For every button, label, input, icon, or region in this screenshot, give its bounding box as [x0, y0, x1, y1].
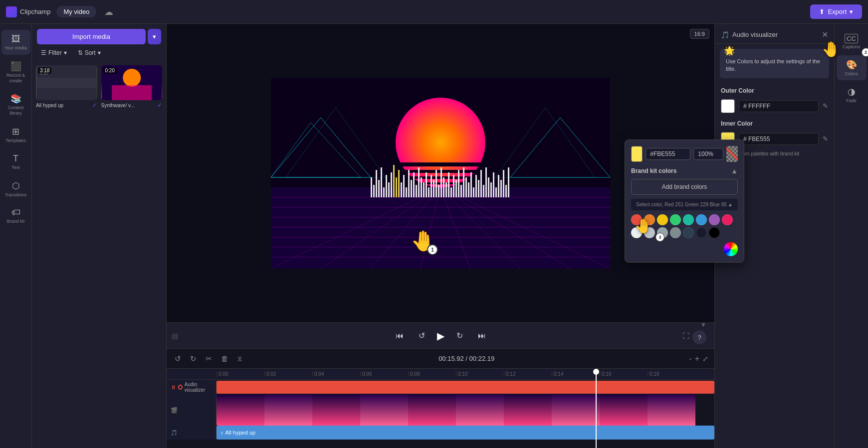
preset-color-dark-gray[interactable] — [670, 227, 681, 238]
svg-rect-38 — [383, 187, 385, 197]
controls-bar: ▤ ⏮ ↺ ▶ ↻ ⏭ ⛶ ? ▼ — [167, 322, 714, 348]
svg-rect-87 — [505, 185, 507, 197]
sort-button[interactable]: ⇅ Sort ▾ — [74, 47, 105, 58]
forward-15-button[interactable]: ↻ — [453, 328, 466, 343]
svg-rect-54 — [423, 182, 425, 197]
outer-color-edit-button[interactable]: ✎ — [823, 102, 828, 110]
import-media-button[interactable]: Import media — [37, 29, 146, 44]
color-opacity-input[interactable] — [693, 148, 723, 160]
audio-track-bar[interactable]: ♪ All hyped up — [217, 426, 714, 440]
video-track-content[interactable] — [217, 395, 714, 426]
media-thumb-1[interactable]: 3:18 3:18 — [36, 65, 97, 100]
video-strip — [217, 395, 714, 426]
sidebar-item-transitions[interactable]: ⬡ Transitions — [1, 176, 30, 202]
sidebar-item-brand-kit[interactable]: 🏷 Brand kit — [1, 203, 30, 228]
svg-rect-74 — [473, 187, 474, 197]
filter-button[interactable]: ☰ Filter ▾ — [37, 47, 71, 58]
rainbow-color-picker-button[interactable] — [724, 242, 738, 256]
video-title-tab[interactable]: My video — [56, 6, 96, 17]
collapse-down-icon[interactable]: ▼ — [700, 321, 706, 328]
transparent-color-option[interactable] — [726, 146, 738, 162]
help-button[interactable]: ? — [692, 330, 706, 344]
ruler-mark-2: 0:04 — [312, 371, 360, 377]
outer-color-swatch[interactable] — [721, 99, 735, 113]
video-frame — [600, 395, 648, 426]
app-name: Clipchamp — [20, 8, 50, 15]
list-item[interactable]: 0:20 Synthwave/ v... ✓ — [101, 65, 163, 444]
import-btn-row: Import media ▾ — [37, 29, 161, 44]
preset-color-navy[interactable] — [683, 227, 694, 238]
media-thumb-2[interactable]: 0:20 — [101, 65, 163, 100]
sidebar-item-templates[interactable]: ⊞ Templates — [1, 122, 30, 148]
cut-button[interactable]: ✂ — [204, 352, 214, 365]
brand-kit-header: Brand kit colors ▲ — [631, 167, 738, 175]
add-brand-colors-button[interactable]: Add brand colors — [631, 179, 738, 195]
audio-viz-icon: 🎵 — [721, 31, 729, 39]
preset-color-blue[interactable] — [696, 214, 707, 225]
list-item[interactable]: 3:18 3:18 All hyped up ✓ — [36, 65, 97, 444]
sidebar-item-label-your-media: Your media — [4, 45, 27, 51]
export-button[interactable]: ⬆ Export ▾ — [810, 4, 862, 19]
step1-badge: 1 — [427, 244, 438, 255]
color-picker-active-swatch[interactable] — [631, 146, 643, 162]
sidebar-item-fade[interactable]: ◑ Fade — [837, 82, 867, 107]
thumb2-duration: 0:20 — [103, 67, 117, 74]
svg-rect-33 — [371, 177, 372, 197]
aspect-ratio-badge[interactable]: 16:9 — [690, 29, 709, 39]
preset-color-black[interactable] — [709, 227, 720, 238]
delete-button[interactable]: 🗑 — [219, 352, 230, 365]
ruler-mark-5: 0:10 — [456, 371, 504, 377]
timeline-time-display: 00:15.92 / 00:22.19 — [249, 355, 684, 362]
inner-color-edit-button[interactable]: ✎ — [823, 135, 828, 143]
svg-rect-58 — [433, 180, 434, 197]
undo-button[interactable]: ↺ — [173, 352, 183, 365]
captions-label: Captions — [843, 44, 861, 49]
expand-button[interactable]: ⤢ — [702, 355, 708, 363]
thumb1-name-row: All hyped up ✓ — [36, 102, 97, 109]
video-frame — [552, 395, 600, 426]
export-upload-icon: ⬆ — [819, 8, 825, 15]
zoom-out-button[interactable]: - — [689, 354, 691, 363]
svg-rect-86 — [503, 170, 504, 197]
close-panel-button[interactable]: ✕ — [822, 30, 828, 39]
play-button[interactable]: ▶ — [437, 330, 444, 342]
timeline-body: 0:00 0:02 0:04 0:06 0:08 0:10 0:12 0:14 … — [167, 369, 714, 448]
svg-rect-56 — [428, 187, 430, 197]
zoom-in-button[interactable]: + — [695, 354, 699, 363]
preset-color-gray-hand[interactable]: 🤚 3 — [644, 227, 655, 238]
sidebar-item-content-library[interactable]: 📚 Content library — [1, 89, 30, 120]
preset-color-purple[interactable] — [709, 214, 720, 225]
preset-color-pink[interactable] — [722, 214, 733, 225]
logo-icon — [6, 6, 17, 17]
your-media-icon: 🖼 — [11, 34, 20, 44]
sidebar-item-your-media[interactable]: 🖼 Your media — [1, 30, 30, 55]
sidebar-item-colors[interactable]: 🎨 Colors 🤚 2 — [837, 55, 867, 80]
fullscreen-button[interactable]: ⛶ — [682, 332, 689, 340]
preset-color-green[interactable] — [670, 214, 681, 225]
filter-chevron-icon: ▾ — [64, 49, 67, 56]
import-dropdown-button[interactable]: ▾ — [148, 29, 161, 44]
color-hex-input[interactable] — [646, 148, 690, 160]
svg-rect-35 — [376, 170, 377, 197]
color-select-label[interactable]: Select color, Red 251 Green 229 Blue 85 … — [631, 199, 738, 210]
skip-forward-button[interactable]: ⏭ — [475, 328, 489, 343]
split-button[interactable]: ⧖ — [235, 353, 244, 365]
preset-color-yellow[interactable] — [657, 214, 668, 225]
audio-visualizer-track-bar[interactable] — [217, 381, 714, 394]
rewind-15-button[interactable]: ↺ — [416, 328, 428, 343]
brand-kit-collapse-button[interactable]: ▲ — [731, 167, 738, 175]
preset-color-teal[interactable] — [683, 214, 694, 225]
skip-back-button[interactable]: ⏮ — [393, 328, 407, 343]
redo-button[interactable]: ↻ — [188, 352, 199, 365]
sidebar-item-record-create[interactable]: ⬛ Record & create — [1, 57, 30, 88]
inner-color-label: Inner Color — [715, 116, 834, 129]
svg-rect-44 — [398, 170, 400, 197]
preset-color-very-dark[interactable] — [696, 227, 707, 238]
caption-toggle-icon[interactable]: ▤ — [172, 332, 178, 340]
step3-badge: 3 — [655, 233, 664, 242]
tooltip-text: Use Colors to adjust the settings of the… — [726, 58, 823, 73]
color-picker-popup: Brand kit colors ▲ Add brand colors Sele… — [625, 140, 744, 263]
sidebar-item-text[interactable]: T Text — [1, 149, 30, 174]
svg-rect-40 — [388, 182, 390, 197]
svg-rect-88 — [508, 167, 509, 197]
